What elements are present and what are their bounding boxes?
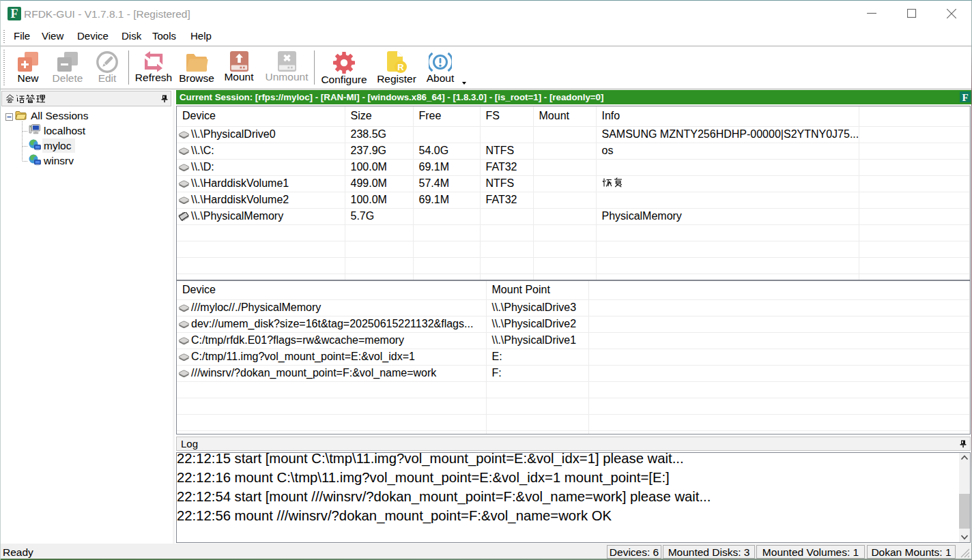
svg-text:R: R [397,62,404,72]
